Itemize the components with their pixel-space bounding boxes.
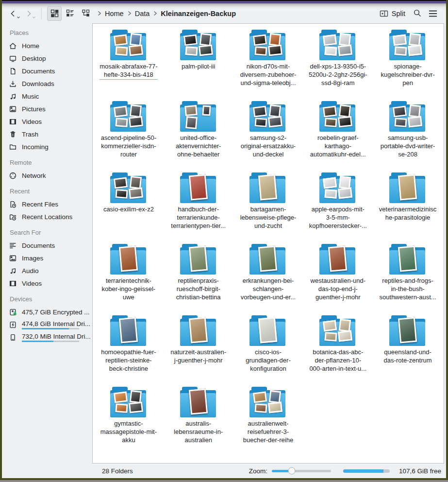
sidebar-item-recent-locations[interactable]: Recent Locations xyxy=(9,210,92,223)
sidebar-item-recent-files[interactable]: Recent Files xyxy=(9,198,92,210)
sidebar-item-search-documents[interactable]: Documents xyxy=(9,239,92,252)
folder-name: samsung-s2-original-ersatzakku-und-decke… xyxy=(241,134,296,158)
folder-item[interactable]: botanica-das-abc-der-pflanzen-10-000-art… xyxy=(303,315,373,387)
forward-button[interactable] xyxy=(21,6,36,21)
sidebar-item-home[interactable]: Home xyxy=(9,39,92,52)
sidebar-item-trash[interactable]: Trash xyxy=(9,128,92,140)
split-button[interactable]: Split xyxy=(376,6,409,21)
zoom-slider[interactable] xyxy=(272,470,331,472)
photo-thumbnail xyxy=(338,188,352,199)
folder-icon xyxy=(110,387,148,418)
photo-thumbnail xyxy=(325,189,337,199)
photo-thumbnail xyxy=(185,46,198,56)
sidebar-item-device-internal-2[interactable]: 732,0 MiB Internal Dri... xyxy=(9,331,92,344)
photo-thumbnail xyxy=(253,391,267,403)
sidebar-item-desktop[interactable]: Desktop xyxy=(9,52,92,65)
zoom-slider-handle[interactable] xyxy=(288,467,296,475)
sidebar-section-header: Remote xyxy=(10,159,92,166)
sidebar-item-documents[interactable]: Documents xyxy=(9,65,92,77)
folder-item[interactable]: bartagamen-lebensweise-pflege-und-zucht xyxy=(233,172,303,244)
sidebar-item-search-videos[interactable]: Videos xyxy=(9,277,92,290)
folder-item[interactable]: palm-pilot-iii xyxy=(164,30,233,101)
folder-item[interactable]: cisco-ios-grundlagen-der-konfiguration xyxy=(233,315,303,387)
folder-item[interactable]: gymtastic-massagepistole-mit-akku xyxy=(94,387,164,458)
folder-item[interactable]: homoeopathie-fuer-reptilien-steinke-beck… xyxy=(94,315,164,387)
photo-thumbnail xyxy=(114,105,128,117)
breadcrumb-item[interactable]: Kleinanzeigen-Backup xyxy=(159,10,237,17)
sidebar-item-search-audio[interactable]: Audio xyxy=(9,264,92,277)
photo-thumbnail xyxy=(338,116,352,128)
folder-item[interactable]: erkrankungen-bei-schlangen-vorbeugen-und… xyxy=(233,244,303,315)
folder-item[interactable]: samsung-usb-portable-dvd-writer-se-208 xyxy=(373,101,443,172)
folder-item[interactable]: westaustralien-und-das-top-end-j-guenthe… xyxy=(303,244,373,315)
folder-item[interactable]: samsung-s2-original-ersatzakku-und-decke… xyxy=(233,101,303,172)
folder-name: westaustralien-und-das-top-end-j-guenthe… xyxy=(311,276,365,301)
breadcrumb-item[interactable]: Home xyxy=(103,10,125,17)
photo-thumbnail xyxy=(129,188,143,199)
film-icon xyxy=(9,118,17,126)
sidebar-item-music[interactable]: Music xyxy=(9,90,92,103)
photo-thumbnail xyxy=(129,402,143,413)
folder-item[interactable]: apple-earpods-mit-3-5-mm-kopfhoerersteck… xyxy=(303,172,373,244)
breadcrumb-item[interactable]: Data xyxy=(133,10,151,17)
folder-item[interactable]: nikon-d70s-mit-diversem-zubehoer-und-sig… xyxy=(233,30,303,101)
sidebar-item-label: Music xyxy=(22,93,39,100)
photo-thumbnail xyxy=(189,174,208,201)
main-column: mosaik-abrafaxe-77-hefte-334-bis-418palm… xyxy=(92,23,446,478)
search-button[interactable] xyxy=(410,6,425,21)
sidebar-section-header: Recent xyxy=(10,188,92,195)
sidebar-item-incoming[interactable]: Incoming xyxy=(9,140,92,153)
folder-item[interactable]: australienwelt-reisefuehrer-3-buecher-de… xyxy=(233,387,303,458)
photo-thumbnail xyxy=(325,332,337,342)
hamburger-icon xyxy=(428,10,438,17)
folder-name: nikon-d70s-mit-diversem-zubehoer-und-sig… xyxy=(240,62,297,87)
image-icon xyxy=(9,254,17,262)
folder-item[interactable]: roebelin-graef-karthago-automatikuhr-ede… xyxy=(303,101,373,172)
folder-view[interactable]: mosaik-abrafaxe-77-hefte-334-bis-418palm… xyxy=(92,23,444,464)
folder-item[interactable]: reptilienpraxis-rueschoff-birgit-christi… xyxy=(164,244,233,315)
folder-icon xyxy=(9,143,17,151)
photo-thumbnail xyxy=(258,317,277,344)
sidebar-section-header: Places xyxy=(10,29,92,36)
folder-name: palm-pilot-iii xyxy=(182,62,215,70)
sidebar-item-device-internal-1[interactable]: 474,8 GiB Internal Dri... xyxy=(9,318,92,331)
folder-name: dell-xps-13-9350-i5-5200u-2-2ghz-256gi-s… xyxy=(309,62,367,87)
photo-thumbnail xyxy=(394,46,407,56)
folder-item[interactable]: dell-xps-13-9350-i5-5200u-2-2ghz-256gi-s… xyxy=(303,30,373,101)
folder-item[interactable]: casio-exilim-ex-z2 xyxy=(94,172,164,244)
breadcrumb-chevron-icon xyxy=(97,11,102,16)
photo-thumbnail xyxy=(398,317,417,344)
sidebar-item-pictures[interactable]: Pictures xyxy=(9,103,92,115)
folder-item[interactable]: australis-lebensraeume-in-australien xyxy=(164,387,233,458)
photo-thumbnail xyxy=(114,34,128,46)
sidebar-item-device-encrypted[interactable]: 475,7 GiB Encrypted ... xyxy=(9,306,92,318)
sidebar-item-downloads[interactable]: Downloads xyxy=(9,77,92,90)
folder-name: casio-exilim-ex-z2 xyxy=(103,205,154,213)
folder-item[interactable]: reptiles-and-frogs-in-the-bush-southwest… xyxy=(373,244,443,315)
folder-item[interactable]: ascend-pipeline-50-kommerzieller-isdn-ro… xyxy=(94,101,164,172)
sidebar-item-videos[interactable]: Videos xyxy=(9,115,92,128)
view-icons-button[interactable] xyxy=(47,6,62,21)
sidebar-section-header: Search For xyxy=(10,229,92,236)
view-details-button[interactable] xyxy=(63,6,77,21)
folder-item[interactable]: queensland-und-das-rote-zentrum xyxy=(373,315,443,387)
capacity-bar-fill xyxy=(343,469,384,473)
sidebar-item-search-images[interactable]: Images xyxy=(9,252,92,264)
folder-item[interactable]: mosaik-abrafaxe-77-hefte-334-bis-418 xyxy=(94,30,164,101)
view-tree-button[interactable] xyxy=(78,6,93,21)
sidebar-item-label: Recent Locations xyxy=(22,213,72,221)
folder-name: reptilienpraxis-rueschoff-birgit-christi… xyxy=(176,276,221,301)
folder-icon xyxy=(319,172,357,204)
folder-item[interactable]: spionage-kugelschreiber-dvr-pen xyxy=(373,30,443,101)
sidebar-item-label: 732,0 MiB Internal Dri... xyxy=(22,333,91,340)
folder-item[interactable]: handbuch-der-terrarienkunde-terrarientyp… xyxy=(164,172,233,244)
photo-thumbnail xyxy=(325,118,337,127)
folder-item[interactable]: naturzeit-australien-j-guenther-j-mohr xyxy=(164,315,233,387)
capacity-bar xyxy=(343,469,390,473)
sidebar-item-network[interactable]: Network xyxy=(9,169,92,182)
back-button[interactable] xyxy=(6,6,20,21)
folder-item[interactable]: veterinaermedizinische-parasitologie xyxy=(373,172,443,244)
menu-button[interactable] xyxy=(426,6,440,21)
folder-item[interactable]: united-office-aktenvernichter-ohne-behae… xyxy=(164,101,233,172)
folder-item[interactable]: terrarientechnik-kober-ingo-geissel-uwe xyxy=(94,244,164,315)
